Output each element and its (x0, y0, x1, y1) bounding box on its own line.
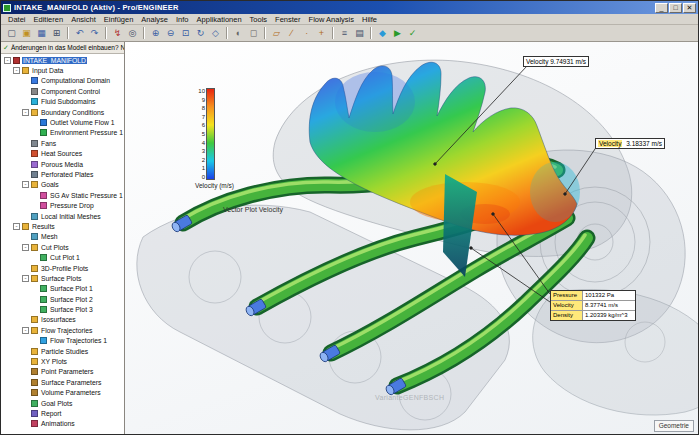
tree-item-local-initial-meshes[interactable]: Local Initial Meshes (1, 211, 124, 221)
saved-views-icon[interactable]: ◇ (209, 26, 223, 40)
tree-item-results[interactable]: -Results (1, 221, 124, 231)
tree-toggle-icon[interactable]: - (13, 223, 20, 230)
tree-item-goals[interactable]: -Goals (1, 180, 124, 190)
velocity-callout-1: Velocity 9.74931 m/s (523, 56, 589, 67)
probe-value: 101332 Pa (583, 291, 635, 300)
tree-item-sg-av-static-pressure-1[interactable]: SG Av Static Pressure 1 (1, 190, 124, 200)
fan-icon (31, 140, 38, 147)
redo-icon[interactable]: ↷ (88, 26, 102, 40)
run-solver-icon[interactable]: ▶ (391, 26, 405, 40)
layers-icon[interactable]: ≡ (338, 26, 352, 40)
open-file-icon[interactable]: ▣ (20, 26, 34, 40)
tree-item-surface-plots[interactable]: -Surface Plots (1, 273, 124, 283)
tree-item-surface-parameters[interactable]: Surface Parameters (1, 377, 124, 387)
menu-fenster[interactable]: Fenster (271, 15, 304, 24)
shaded-display-icon[interactable]: ◐ (232, 26, 246, 40)
menu-datei[interactable]: Datei (4, 15, 30, 24)
save-icon[interactable]: ▦ (35, 26, 49, 40)
tree-item-label: Volume Parameters (40, 389, 102, 396)
tree-item-flow-trajectories[interactable]: -Flow Trajectories (1, 325, 124, 335)
tree-item-cut-plots[interactable]: -Cut Plots (1, 242, 124, 252)
tree-item-animations[interactable]: Animations (1, 419, 124, 429)
close-button[interactable]: ✕ (683, 3, 696, 13)
menu-analyse[interactable]: Analyse (137, 15, 172, 24)
app-logo-icon (3, 4, 11, 12)
tree-item-goal-plots[interactable]: Goal Plots (1, 398, 124, 408)
tree-toggle-icon[interactable]: - (22, 244, 29, 251)
tree-item-particle-studies[interactable]: Particle Studies (1, 346, 124, 356)
menu-applikationen[interactable]: Applikationen (193, 15, 246, 24)
menu-ansicht[interactable]: Ansicht (67, 15, 100, 24)
undo-icon[interactable]: ↶ (73, 26, 87, 40)
tree-item-fluid-subdomains[interactable]: Fluid Subdomains (1, 97, 124, 107)
menu-info[interactable]: Info (172, 15, 193, 24)
tree-item-computational-domain[interactable]: Computational Domain (1, 76, 124, 86)
minimize-button[interactable]: _ (655, 3, 668, 13)
search-icon[interactable]: ◎ (126, 26, 140, 40)
tree-item-label: Cut Plots (40, 244, 70, 251)
datum-point-icon[interactable]: ∙ (300, 26, 314, 40)
graphics-area[interactable]: 109876543210 Velocity (m/s) Vector Plot … (125, 42, 698, 434)
flow-analysis-icon[interactable]: ◆ (376, 26, 390, 40)
results-check-icon[interactable]: ✓ (406, 26, 420, 40)
tree-toggle-icon[interactable]: - (4, 57, 11, 64)
legend-tick-label: 8 (195, 105, 205, 111)
tree-item-component-control[interactable]: Component Control (1, 86, 124, 96)
control-icon (31, 88, 38, 95)
tree-item-isosurfaces[interactable]: Isosurfaces (1, 315, 124, 325)
probe-value-box: Pressure101332 PaVelocity8.37741 m/sDens… (550, 290, 636, 321)
menu-flow-analysis[interactable]: Flow Analysis (305, 15, 358, 24)
datum-axis-icon[interactable]: ∕ (285, 26, 299, 40)
coordinate-system-icon[interactable]: + (315, 26, 329, 40)
menu-editieren[interactable]: Editieren (30, 15, 68, 24)
tree-item-porous-media[interactable]: Porous Media (1, 159, 124, 169)
tree-item-intake-manifold[interactable]: -INTAKE_MANIFOLD (1, 55, 124, 65)
tree-item-outlet-volume-flow-1[interactable]: Outlet Volume Flow 1 (1, 117, 124, 127)
tree-item-pressure-drop[interactable]: Pressure Drop (1, 200, 124, 210)
maximize-button[interactable]: □ (669, 3, 682, 13)
repaint-icon[interactable]: ↻ (194, 26, 208, 40)
model-tree-icon[interactable]: ▤ (353, 26, 367, 40)
tree-item-report[interactable]: Report (1, 408, 124, 418)
tree-toggle-icon[interactable]: - (22, 181, 29, 188)
menu-hilfe[interactable]: Hilfe (358, 15, 381, 24)
tree-item-input-data[interactable]: -Input Data (1, 65, 124, 75)
probe-label: Pressure (551, 291, 583, 300)
tree-item-3d-profile-plots[interactable]: 3D-Profile Plots (1, 263, 124, 273)
tree-toggle-icon[interactable]: - (22, 275, 29, 282)
zoom-in-icon[interactable]: ⊕ (149, 26, 163, 40)
toolbar-separator (143, 27, 145, 39)
tree-item-cut-plot-1[interactable]: Cut Plot 1 (1, 252, 124, 262)
tree-item-fans[interactable]: Fans (1, 138, 124, 148)
fluid-icon (31, 98, 38, 105)
tree-item-volume-parameters[interactable]: Volume Parameters (1, 388, 124, 398)
tree-item-flow-trajectories-1[interactable]: Flow Trajectories 1 (1, 336, 124, 346)
regenerate-icon[interactable]: ↯ (111, 26, 125, 40)
wireframe-display-icon[interactable]: ◻ (247, 26, 261, 40)
legend-tick-label: 3 (195, 148, 205, 154)
menu-tools[interactable]: Tools (246, 15, 272, 24)
tree-item-xy-plots[interactable]: XY Plots (1, 356, 124, 366)
tree-item-surface-plot-2[interactable]: Surface Plot 2 (1, 294, 124, 304)
tree-item-surface-plot-1[interactable]: Surface Plot 1 (1, 284, 124, 294)
tree-item-mesh[interactable]: Mesh (1, 232, 124, 242)
zoom-out-icon[interactable]: ⊖ (164, 26, 178, 40)
tree-item-heat-sources[interactable]: Heat Sources (1, 149, 124, 159)
legend-tick-label: 7 (195, 114, 205, 120)
tree-toggle-icon[interactable]: - (22, 327, 29, 334)
legend-tick-label: 10 (195, 88, 205, 94)
tree-item-surface-plot-3[interactable]: Surface Plot 3 (1, 304, 124, 314)
refit-icon[interactable]: ⊡ (179, 26, 193, 40)
new-file-icon[interactable]: ▢ (5, 26, 19, 40)
folder-icon (31, 109, 38, 116)
tree-item-point-parameters[interactable]: Point Parameters (1, 367, 124, 377)
datum-plane-icon[interactable]: ▱ (270, 26, 284, 40)
tree-item-perforated-plates[interactable]: Perforated Plates (1, 169, 124, 179)
tree-toggle-icon[interactable]: - (13, 67, 20, 74)
tree-toggle-icon[interactable]: - (22, 109, 29, 116)
print-icon[interactable]: ⊞ (50, 26, 64, 40)
tree-item-environment-pressure-1[interactable]: Environment Pressure 1 (1, 128, 124, 138)
folder-icon (31, 348, 38, 355)
tree-item-boundary-conditions[interactable]: -Boundary Conditions (1, 107, 124, 117)
menu-einfügen[interactable]: Einfügen (100, 15, 138, 24)
